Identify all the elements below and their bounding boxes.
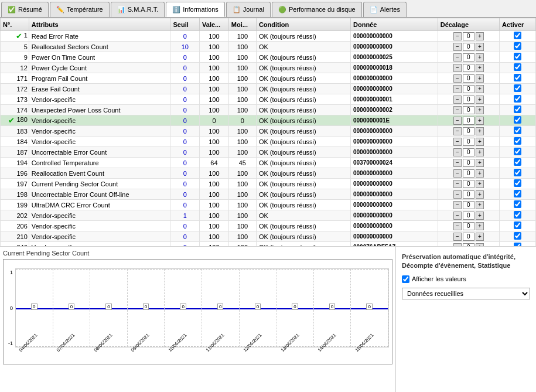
stepper-minus[interactable]: − xyxy=(453,180,462,188)
stepper-minus[interactable]: − xyxy=(453,243,462,247)
activer-checkbox[interactable] xyxy=(514,221,521,229)
activer-checkbox[interactable] xyxy=(514,84,521,92)
stepper-minus[interactable]: − xyxy=(453,106,462,114)
stepper-minus[interactable]: − xyxy=(453,53,462,62)
stepper-plus[interactable]: + xyxy=(476,233,484,241)
stepper-value[interactable] xyxy=(463,190,474,199)
activer-checkbox[interactable] xyxy=(514,116,521,124)
stepper-plus[interactable]: + xyxy=(476,159,484,167)
tab-informations[interactable]: ℹ️ Informations xyxy=(166,2,225,17)
stepper-value[interactable] xyxy=(463,106,474,114)
stepper-value[interactable] xyxy=(463,117,474,125)
activer-checkbox[interactable] xyxy=(514,127,521,134)
stepper-plus[interactable]: + xyxy=(476,148,484,156)
stepper-plus[interactable]: + xyxy=(476,74,484,83)
activer-checkbox[interactable] xyxy=(514,200,521,208)
stepper-value[interactable] xyxy=(463,64,474,72)
activer-checkbox[interactable] xyxy=(514,232,521,240)
stepper-minus[interactable]: − xyxy=(453,43,462,51)
stepper-plus[interactable]: + xyxy=(476,180,484,188)
activer-checkbox[interactable] xyxy=(514,148,521,155)
stepper-plus[interactable]: + xyxy=(476,127,484,135)
stepper-value[interactable] xyxy=(463,212,474,220)
activer-checkbox[interactable] xyxy=(514,169,521,176)
stepper-minus[interactable]: − xyxy=(453,32,462,40)
stepper-value[interactable] xyxy=(463,159,474,167)
stepper-value[interactable] xyxy=(463,222,474,230)
stepper-value[interactable] xyxy=(463,233,474,241)
stepper-plus[interactable]: + xyxy=(476,64,484,72)
data-point-label: 0 xyxy=(69,304,74,310)
tab-alertes[interactable]: 📄 Alertes xyxy=(363,2,407,17)
stepper-plus[interactable]: + xyxy=(476,43,484,51)
tab-performance[interactable]: 🟢 Performance du disque xyxy=(272,2,362,17)
data-type-dropdown[interactable]: Données recueillies xyxy=(402,288,530,299)
activer-checkbox[interactable] xyxy=(514,190,521,197)
tab-journal[interactable]: 📋 Journal xyxy=(226,2,271,17)
stepper-plus[interactable]: + xyxy=(476,85,484,93)
stepper-plus[interactable]: + xyxy=(476,169,484,178)
stepper-plus[interactable]: + xyxy=(476,32,484,40)
stepper-minus[interactable]: − xyxy=(453,212,462,220)
stepper-value[interactable] xyxy=(463,169,474,178)
show-values-label: Afficher les valeurs xyxy=(412,275,466,282)
stepper-value[interactable] xyxy=(463,180,474,188)
activer-checkbox[interactable] xyxy=(514,179,521,187)
stepper-minus[interactable]: − xyxy=(453,201,462,209)
stepper-minus[interactable]: − xyxy=(453,148,462,156)
stepper-plus[interactable]: + xyxy=(476,212,484,220)
stepper-value[interactable] xyxy=(463,43,474,51)
stepper-minus[interactable]: − xyxy=(453,233,462,241)
stepper-plus[interactable]: + xyxy=(476,190,484,199)
activer-checkbox[interactable] xyxy=(514,158,521,166)
table-scroll-area[interactable]: N°. Attributs Seuil Vale... Moi... Condi… xyxy=(0,18,536,246)
activer-checkbox[interactable] xyxy=(514,74,521,81)
activer-checkbox[interactable] xyxy=(514,137,521,145)
activer-checkbox[interactable] xyxy=(514,42,521,50)
stepper-minus[interactable]: − xyxy=(453,190,462,199)
stepper-minus[interactable]: − xyxy=(453,96,462,104)
row-data: 000000000000 xyxy=(351,31,438,42)
stepper-plus[interactable]: + xyxy=(476,222,484,230)
stepper-plus[interactable]: + xyxy=(476,138,484,146)
stepper-minus[interactable]: − xyxy=(453,169,462,178)
row-moi: 100 xyxy=(228,168,256,179)
stepper-minus[interactable]: − xyxy=(453,127,462,135)
stepper-value[interactable] xyxy=(463,148,474,156)
activer-checkbox[interactable] xyxy=(514,53,521,60)
stepper-minus[interactable]: − xyxy=(453,74,462,83)
stepper-plus[interactable]: + xyxy=(476,96,484,104)
row-cond: OK (toujours réussi) xyxy=(256,52,350,63)
stepper-minus[interactable]: − xyxy=(453,159,462,167)
tab-smart[interactable]: 📊 S.M.A.R.T. xyxy=(111,2,165,17)
stepper-value[interactable] xyxy=(463,138,474,146)
stepper-minus[interactable]: − xyxy=(453,222,462,230)
stepper-plus[interactable]: + xyxy=(476,243,484,247)
stepper-value[interactable] xyxy=(463,127,474,135)
activer-checkbox[interactable] xyxy=(514,95,521,103)
row-moi: 100 xyxy=(228,221,256,231)
stepper-plus[interactable]: + xyxy=(476,106,484,114)
activer-checkbox[interactable] xyxy=(514,211,521,219)
activer-checkbox[interactable] xyxy=(514,63,521,71)
stepper-plus[interactable]: + xyxy=(476,117,484,125)
stepper-minus[interactable]: − xyxy=(453,64,462,72)
tab-temperature[interactable]: ✏️ Température xyxy=(50,2,110,17)
stepper-value[interactable] xyxy=(463,74,474,83)
stepper-value[interactable] xyxy=(463,85,474,93)
stepper-minus[interactable]: − xyxy=(453,85,462,93)
stepper-plus[interactable]: + xyxy=(476,53,484,62)
stepper-value[interactable] xyxy=(463,53,474,62)
stepper-minus[interactable]: − xyxy=(453,138,462,146)
stepper-minus[interactable]: − xyxy=(453,117,462,125)
activer-checkbox[interactable] xyxy=(514,243,521,246)
show-values-checkbox[interactable] xyxy=(402,275,409,283)
stepper-value[interactable] xyxy=(463,32,474,40)
stepper-value[interactable] xyxy=(463,96,474,104)
activer-checkbox[interactable] xyxy=(514,105,521,113)
activer-checkbox[interactable] xyxy=(514,32,521,39)
stepper-value[interactable] xyxy=(463,243,474,247)
stepper-value[interactable] xyxy=(463,201,474,209)
stepper-plus[interactable]: + xyxy=(476,201,484,209)
tab-resume[interactable]: ✅ Résumé xyxy=(1,2,49,17)
